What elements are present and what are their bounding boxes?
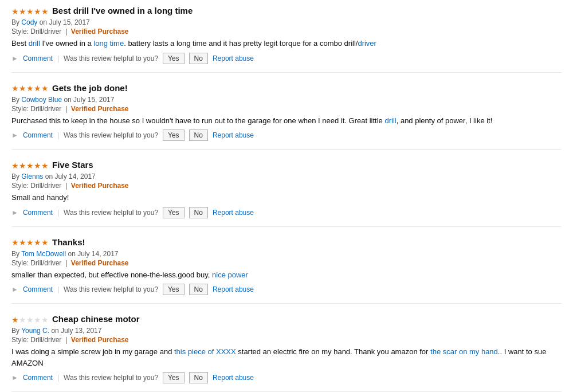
body-link[interactable]: nice power	[212, 271, 248, 279]
body-link[interactable]: drill	[29, 39, 40, 48]
style-line: Style: Drill/driver | Verified Purchase	[11, 105, 562, 113]
star-icon: ★	[34, 161, 41, 170]
review-footer: ► Comment | Was this review helpful to y…	[11, 130, 562, 141]
star-icon: ★	[19, 84, 26, 93]
helpful-no-button[interactable]: No	[189, 372, 208, 383]
separator: |	[57, 54, 59, 62]
star-icon: ★	[19, 315, 26, 324]
comment-arrow: ►	[11, 285, 18, 293]
author-link[interactable]: Cowboy Blue	[21, 96, 62, 104]
star-icon: ★	[19, 161, 26, 170]
comment-link[interactable]: Comment	[23, 54, 53, 62]
helpful-yes-button[interactable]: Yes	[163, 284, 185, 295]
comment-link[interactable]: Comment	[23, 285, 53, 293]
star-icon: ★	[26, 238, 34, 247]
helpful-yes-button[interactable]: Yes	[163, 130, 185, 141]
star-icon: ★	[19, 238, 26, 247]
verified-badge: Verified Purchase	[71, 182, 129, 190]
review-block-review-2: ★★★★★Gets the job done!By Cowboy Blue on…	[11, 83, 562, 150]
author-link[interactable]: Cody	[21, 18, 37, 26]
report-abuse-link[interactable]: Report abuse	[213, 131, 254, 139]
review-block-review-3: ★★★★★Five StarsBy Glenns on July 14, 201…	[11, 160, 562, 227]
review-meta: By Tom McDowell on July 14, 2017	[11, 250, 562, 258]
star-rating: ★★★★★	[11, 7, 49, 16]
review-body: Purchased this to keep in the house so I…	[11, 115, 562, 127]
star-rating: ★★★★★	[11, 84, 49, 93]
helpful-text: Was this review helpful to you?	[64, 285, 158, 293]
review-block-review-4: ★★★★★Thanks!By Tom McDowell on July 14, …	[11, 237, 562, 304]
helpful-no-button[interactable]: No	[189, 207, 208, 218]
body-link[interactable]: the scar on my hand	[430, 347, 498, 356]
star-rating: ★★★★★	[11, 161, 49, 170]
comment-arrow: ►	[11, 54, 18, 62]
star-icon: ★	[26, 315, 34, 324]
review-body: Small and handy!	[11, 192, 562, 203]
body-link[interactable]: long time	[93, 39, 124, 48]
author-link[interactable]: Tom McDowell	[21, 250, 66, 258]
review-body: smaller than expected, but effective non…	[11, 269, 562, 281]
verified-badge: Verified Purchase	[71, 28, 129, 36]
separator: |	[57, 131, 59, 139]
helpful-yes-button[interactable]: Yes	[163, 207, 185, 218]
review-meta: By Cody on July 15, 2017	[11, 18, 562, 26]
review-meta: By Glenns on July 14, 2017	[11, 173, 562, 181]
author-link[interactable]: Young C.	[21, 327, 49, 335]
comment-link[interactable]: Comment	[23, 131, 53, 139]
report-abuse-link[interactable]: Report abuse	[213, 285, 254, 293]
star-icon: ★	[41, 84, 49, 93]
helpful-no-button[interactable]: No	[189, 130, 208, 141]
helpful-yes-button[interactable]: Yes	[163, 372, 185, 383]
reviews-container: ★★★★★Best drill I've owned in a long tim…	[11, 6, 562, 392]
star-icon: ★	[26, 161, 34, 170]
review-title-row: ★★★★★Gets the job done!	[11, 83, 562, 94]
separator: |	[57, 374, 59, 382]
body-link[interactable]: driver	[358, 39, 376, 48]
star-icon: ★	[11, 84, 19, 93]
review-title-text: Gets the job done!	[52, 83, 128, 93]
review-body: Best drill I've owned in a long time. ba…	[11, 38, 562, 49]
body-link[interactable]: drill	[384, 116, 396, 125]
helpful-text: Was this review helpful to you?	[64, 131, 158, 139]
style-line: Style: Drill/driver | Verified Purchase	[11, 182, 562, 190]
review-footer: ► Comment | Was this review helpful to y…	[11, 372, 562, 383]
review-footer: ► Comment | Was this review helpful to y…	[11, 53, 562, 64]
star-icon: ★	[19, 7, 26, 16]
review-footer: ► Comment | Was this review helpful to y…	[11, 207, 562, 218]
star-icon: ★	[26, 84, 34, 93]
star-icon: ★	[34, 315, 41, 324]
author-link[interactable]: Glenns	[21, 173, 43, 181]
comment-link[interactable]: Comment	[23, 209, 53, 217]
comment-arrow: ►	[11, 131, 18, 139]
star-icon: ★	[41, 238, 49, 247]
comment-link[interactable]: Comment	[23, 374, 53, 382]
star-icon: ★	[34, 7, 41, 16]
review-meta: By Young C. on July 13, 2017	[11, 327, 562, 335]
report-abuse-link[interactable]: Report abuse	[213, 54, 254, 62]
helpful-no-button[interactable]: No	[189, 284, 208, 295]
review-footer: ► Comment | Was this review helpful to y…	[11, 284, 562, 295]
body-link[interactable]: this piece of XXXX	[174, 347, 236, 356]
style-line: Style: Drill/driver | Verified Purchase	[11, 336, 562, 344]
separator: |	[57, 209, 59, 217]
review-title-row: ★★★★★Five Stars	[11, 160, 562, 171]
report-abuse-link[interactable]: Report abuse	[213, 374, 254, 382]
star-icon: ★	[11, 161, 19, 170]
style-line: Style: Drill/driver | Verified Purchase	[11, 28, 562, 36]
helpful-text: Was this review helpful to you?	[64, 374, 158, 382]
review-title-row: ★★★★★Thanks!	[11, 237, 562, 248]
comment-arrow: ►	[11, 374, 18, 382]
report-abuse-link[interactable]: Report abuse	[213, 209, 254, 217]
star-icon: ★	[41, 161, 49, 170]
review-block-review-5: ★★★★★Cheap chinese motorBy Young C. on J…	[11, 314, 562, 392]
star-icon: ★	[11, 7, 19, 16]
separator: |	[57, 285, 59, 293]
verified-badge: Verified Purchase	[71, 259, 129, 267]
verified-badge: Verified Purchase	[71, 336, 129, 344]
star-icon: ★	[26, 7, 34, 16]
review-block-review-1: ★★★★★Best drill I've owned in a long tim…	[11, 6, 562, 73]
review-title-text: Five Stars	[52, 160, 93, 170]
helpful-text: Was this review helpful to you?	[64, 209, 158, 217]
helpful-no-button[interactable]: No	[189, 53, 208, 64]
star-rating: ★★★★★	[11, 238, 49, 247]
helpful-yes-button[interactable]: Yes	[163, 53, 185, 64]
